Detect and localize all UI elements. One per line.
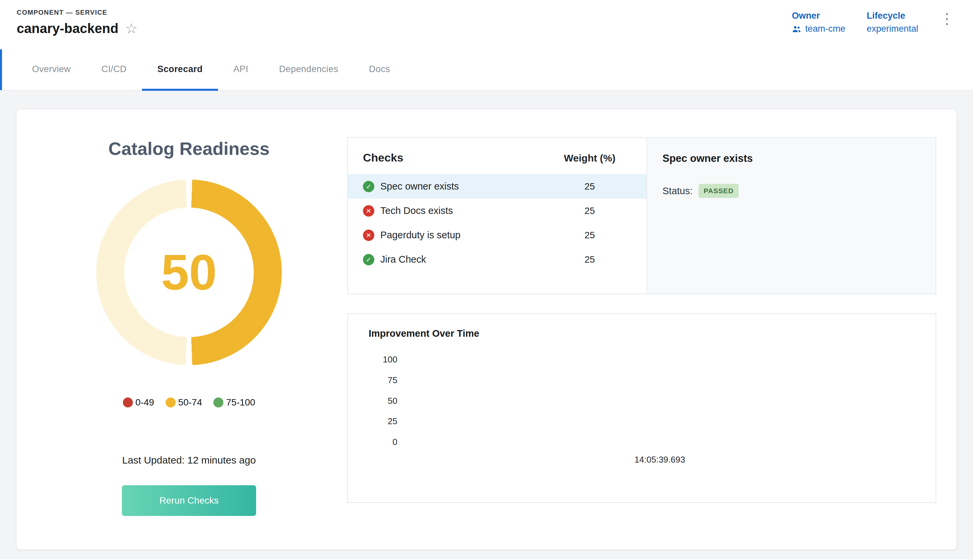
check-passed-icon: ✓ <box>363 254 374 265</box>
page-title: canary-backend <box>17 21 118 36</box>
group-icon <box>792 24 802 34</box>
weight-column-heading: Weight (%) <box>550 153 630 164</box>
tab-dependencies[interactable]: Dependencies <box>264 49 354 91</box>
owner-block: Owner team-cme <box>792 11 845 49</box>
y-tick-label: 50 <box>369 396 397 406</box>
y-axis: 100 75 50 25 0 <box>369 354 397 447</box>
entity-header: COMPONENT — SERVICE canary-backend ☆ Own… <box>0 0 973 49</box>
legend-item-high: 75-100 <box>214 397 255 408</box>
entity-header-left: COMPONENT — SERVICE canary-backend ☆ <box>17 9 138 49</box>
check-label: Jira Check <box>381 254 550 265</box>
legend-item-mid: 50-74 <box>165 397 202 408</box>
check-status-row: Status: PASSED <box>663 184 920 198</box>
legend-dot-red <box>123 397 133 407</box>
lifecycle-block: Lifecycle experimental <box>866 11 918 49</box>
score-value: 50 <box>161 243 217 302</box>
favorite-star-icon[interactable]: ☆ <box>125 22 138 36</box>
lifecycle-label: Lifecycle <box>866 11 918 21</box>
legend-dot-yellow <box>165 397 176 407</box>
tab-cicd[interactable]: CI/CD <box>86 49 142 91</box>
owner-link[interactable]: team-cme <box>792 24 845 34</box>
legend-dot-green <box>214 397 224 407</box>
more-options-kebab-icon[interactable]: ⋮ <box>940 12 954 26</box>
status-badge: PASSED <box>699 184 739 198</box>
check-label: Tech Docs exists <box>381 205 550 216</box>
check-detail-pane: Spec owner exists Status: PASSED <box>646 138 936 294</box>
y-tick-label: 0 <box>369 437 397 447</box>
check-failed-icon: ✕ <box>363 205 374 217</box>
tab-api[interactable]: API <box>218 49 264 91</box>
entity-kind-label: COMPONENT — SERVICE <box>17 9 138 17</box>
y-tick-label: 25 <box>369 416 397 427</box>
legend-item-low: 0-49 <box>123 397 154 408</box>
checks-heading: Checks <box>363 151 550 164</box>
checks-header-row: Checks Weight (%) <box>363 151 630 164</box>
rerun-checks-button[interactable]: Rerun Checks <box>122 485 256 516</box>
plot-area <box>397 354 922 447</box>
checks-panel: Checks Weight (%) ✓ Spec owner exists 25… <box>347 137 936 294</box>
tab-docs[interactable]: Docs <box>354 49 406 91</box>
check-label: Pagerduty is setup <box>381 230 550 241</box>
check-weight: 25 <box>550 254 630 265</box>
score-legend: 0-49 50-74 75-100 <box>123 397 255 408</box>
improvement-chart-title: Improvement Over Time <box>369 328 922 339</box>
check-label: Spec owner exists <box>381 181 550 192</box>
check-row-spec-owner[interactable]: ✓ Spec owner exists 25 <box>348 174 646 198</box>
tab-overview[interactable]: Overview <box>17 49 86 91</box>
gauge-title: Catalog Readiness <box>108 138 269 159</box>
status-label: Status: <box>663 185 693 197</box>
owner-label: Owner <box>792 11 845 21</box>
legend-label: 0-49 <box>135 397 154 408</box>
legend-label: 75-100 <box>226 397 255 408</box>
legend-label: 50-74 <box>178 397 202 408</box>
check-row-tech-docs[interactable]: ✕ Tech Docs exists 25 <box>348 198 646 223</box>
tabs-left-accent <box>0 49 2 90</box>
check-detail-title: Spec owner exists <box>663 153 920 165</box>
tab-scorecard[interactable]: Scorecard <box>142 49 218 91</box>
scorecard-page: Catalog Readiness 50 0-49 50-74 75-100 <box>0 91 973 559</box>
entity-tabs: Overview CI/CD Scorecard API Dependencie… <box>0 49 973 91</box>
last-updated-text: Last Updated: 12 minutes ago <box>122 455 256 466</box>
lifecycle-value: experimental <box>866 24 918 34</box>
checks-section: Checks Weight (%) ✓ Spec owner exists 25… <box>347 110 956 549</box>
check-weight: 25 <box>550 206 630 216</box>
x-axis: 14:05:39.693 <box>397 455 922 465</box>
y-tick-label: 100 <box>369 354 397 365</box>
check-weight: 25 <box>550 181 630 192</box>
checks-table: Checks Weight (%) ✓ Spec owner exists 25… <box>348 138 646 294</box>
check-failed-icon: ✕ <box>363 230 374 241</box>
gauge-section: Catalog Readiness 50 0-49 50-74 75-100 <box>17 110 347 549</box>
check-weight: 25 <box>550 230 630 241</box>
score-donut-chart: 50 <box>96 180 282 365</box>
y-tick-label: 75 <box>369 375 397 385</box>
improvement-chart: 100 75 50 25 0 <box>369 354 922 447</box>
donut-hole: 50 <box>124 208 254 337</box>
entity-header-right: Owner team-cme Lifecycle experimental ⋮ <box>792 9 954 49</box>
improvement-panel: Improvement Over Time 100 75 50 25 0 14:… <box>347 313 936 503</box>
check-passed-icon: ✓ <box>363 181 374 192</box>
x-tick-label: 14:05:39.693 <box>634 455 685 465</box>
check-row-jira[interactable]: ✓ Jira Check 25 <box>348 247 646 272</box>
check-row-pagerduty[interactable]: ✕ Pagerduty is setup 25 <box>348 223 646 247</box>
scorecard-card: Catalog Readiness 50 0-49 50-74 75-100 <box>17 110 956 549</box>
owner-value: team-cme <box>805 24 845 34</box>
